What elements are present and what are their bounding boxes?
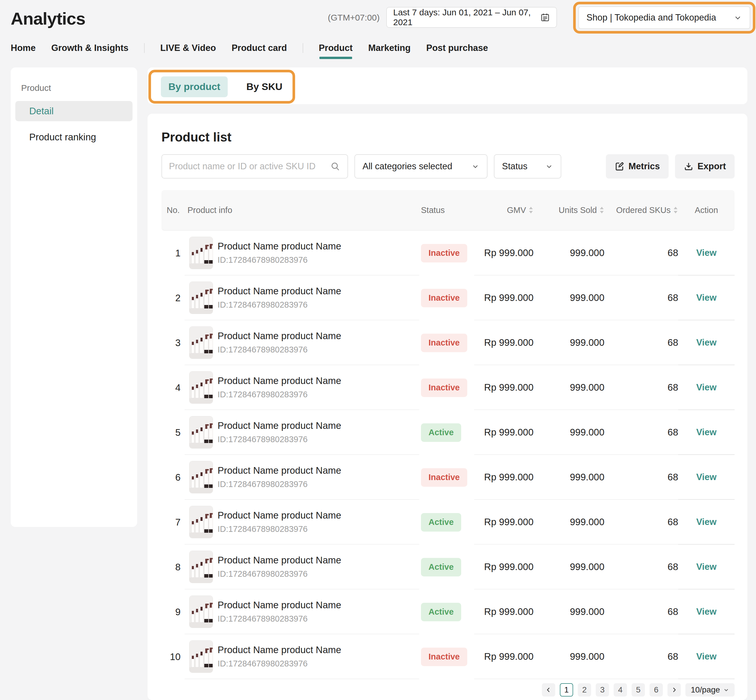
nav-item-home[interactable]: Home (11, 43, 36, 53)
timezone-label: (GTM+07:00) (328, 13, 380, 23)
page-size-value: 10/page (690, 685, 720, 694)
search-input[interactable] (169, 161, 330, 172)
column-header-gmv[interactable]: GMV (474, 190, 534, 230)
nav-item-post-purchase[interactable]: Post purchase (426, 43, 488, 53)
row-number: 10 (161, 634, 184, 679)
product-thumbnail (189, 371, 213, 404)
table-row: 5 (161, 410, 734, 455)
units-sold-value: 999.000 (534, 634, 604, 679)
export-button[interactable]: Export (675, 154, 734, 178)
table-row: 7 (161, 500, 734, 545)
gmv-value: Rp 999.000 (474, 365, 534, 410)
product-name: Product Name product Name (217, 375, 341, 386)
product-name: Product Name product Name (217, 555, 341, 566)
status-badge: Inactive (421, 244, 467, 262)
sidebar-item-product-ranking[interactable]: Product ranking (15, 127, 133, 147)
search-icon[interactable] (330, 161, 341, 172)
date-range-picker[interactable]: Last 7 days: Jun 01, 2021 – Jun 07, 2021 (386, 7, 557, 28)
view-link[interactable]: View (696, 292, 716, 303)
nav-item-growth-insights[interactable]: Growth & Insights (51, 43, 128, 53)
tab-by-sku[interactable]: By SKU (246, 81, 283, 92)
table-row: 1 (161, 231, 734, 275)
page-button-4[interactable]: 4 (614, 683, 627, 697)
nav-item-product[interactable]: Product (319, 43, 353, 53)
product-id: ID:17284678980283976 (217, 390, 341, 399)
date-range-value: Last 7 days: Jun 01, 2021 – Jun 07, 2021 (393, 8, 540, 27)
product-id: ID:17284678980283976 (217, 524, 341, 534)
page-button-3[interactable]: 3 (596, 683, 609, 697)
page-button-1[interactable]: 1 (560, 683, 573, 697)
status-badge: Inactive (421, 378, 467, 397)
sort-icon[interactable] (528, 206, 534, 214)
product-thumbnail (189, 416, 213, 448)
status-filter-value: Status (502, 161, 528, 172)
edit-metrics-icon (614, 161, 624, 171)
sort-icon[interactable] (673, 206, 678, 214)
column-header-units-sold[interactable]: Units Sold (534, 190, 604, 230)
product-list-card: Product list All categories selected (148, 114, 747, 700)
tab-by-product[interactable]: By product (161, 77, 228, 97)
view-link[interactable]: View (696, 517, 716, 527)
sort-icon[interactable] (599, 206, 604, 214)
row-number: 7 (161, 500, 184, 545)
column-header-ordered-skus[interactable]: Ordered SKUs (604, 190, 678, 230)
view-link[interactable]: View (696, 652, 716, 662)
product-id: ID:17284678980283976 (217, 434, 341, 444)
page-button-6[interactable]: 6 (650, 683, 663, 697)
view-link[interactable]: View (696, 472, 716, 483)
sidebar-item-detail[interactable]: Detail (15, 101, 133, 121)
product-thumbnail (189, 551, 213, 583)
column-header-action: Action (678, 190, 734, 230)
category-filter-select[interactable]: All categories selected (355, 154, 487, 178)
ordered-skus-value: 68 (604, 545, 678, 589)
row-number: 3 (161, 320, 184, 365)
nav-item-marketing[interactable]: Marketing (368, 43, 411, 53)
ordered-skus-value: 68 (604, 455, 678, 500)
row-number: 9 (161, 589, 184, 634)
row-number: 5 (161, 410, 184, 455)
table-header: No. Product info Status GMV Units Sold (161, 190, 734, 231)
nav-divider (144, 43, 145, 53)
export-button-label: Export (698, 161, 726, 172)
product-name: Product Name product Name (217, 600, 341, 611)
pagination: 123456 10/page (161, 683, 734, 697)
units-sold-value: 999.000 (534, 410, 604, 455)
product-name: Product Name product Name (217, 465, 341, 476)
view-link[interactable]: View (696, 248, 716, 258)
product-name: Product Name product Name (217, 241, 341, 252)
product-name: Product Name product Name (217, 510, 341, 521)
units-sold-value: 999.000 (534, 455, 604, 500)
product-search[interactable] (161, 154, 348, 178)
status-filter-select[interactable]: Status (494, 154, 561, 178)
view-link[interactable]: View (696, 427, 716, 438)
gmv-value: Rp 999.000 (474, 455, 534, 500)
table-row: 4 (161, 365, 734, 410)
table-row: 10 (161, 634, 734, 679)
page-button-2[interactable]: 2 (578, 683, 591, 697)
product-name: Product Name product Name (217, 286, 341, 297)
row-number: 2 (161, 275, 184, 320)
page-size-select[interactable]: 10/page (686, 683, 734, 697)
nav-divider (303, 43, 303, 53)
next-page-button[interactable] (667, 683, 681, 697)
nav-item-product-card[interactable]: Product card (231, 43, 287, 53)
view-link[interactable]: View (696, 562, 716, 572)
shop-selector[interactable]: Shop | Tokopedia and Tokopedia (578, 6, 750, 29)
page-button-5[interactable]: 5 (632, 683, 645, 697)
product-id: ID:17284678980283976 (217, 659, 341, 669)
table-row: 6 (161, 455, 734, 500)
view-link[interactable]: View (696, 382, 716, 393)
page-buttons: 123456 (560, 683, 663, 697)
view-link[interactable]: View (696, 338, 716, 348)
metrics-button[interactable]: Metrics (606, 154, 669, 178)
product-id: ID:17284678980283976 (217, 569, 341, 579)
view-link[interactable]: View (696, 606, 716, 617)
gmv-value: Rp 999.000 (474, 545, 534, 589)
prev-page-button[interactable] (542, 683, 555, 697)
nav-item-live-video[interactable]: LIVE & Video (160, 43, 216, 53)
chevron-down-icon (723, 687, 729, 693)
product-thumbnail (189, 237, 213, 269)
product-id: ID:17284678980283976 (217, 614, 341, 623)
filter-bar: All categories selected Status (161, 154, 734, 178)
gmv-value: Rp 999.000 (474, 320, 534, 365)
